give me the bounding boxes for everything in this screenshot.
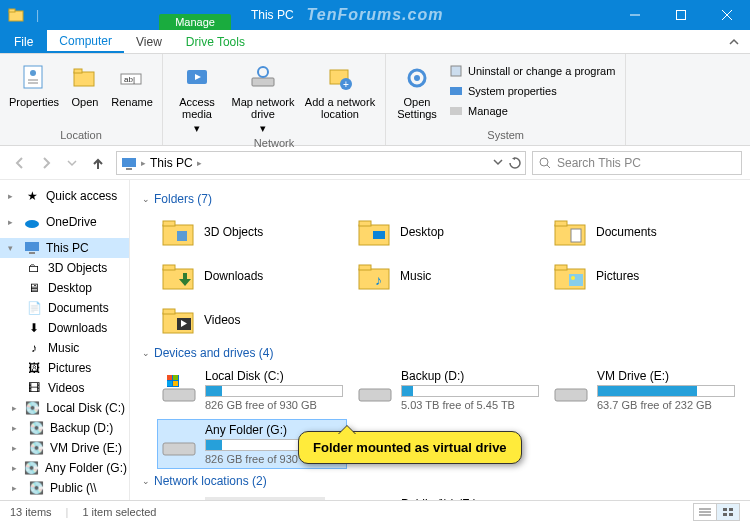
status-item-count: 13 items — [10, 506, 52, 518]
system-properties-button[interactable]: System properties — [444, 82, 619, 100]
svg-rect-52 — [569, 274, 583, 286]
sidebar-item-music[interactable]: ♪Music — [0, 338, 129, 358]
chevron-down-icon: ⌄ — [142, 476, 150, 486]
search-box[interactable]: Search This PC — [532, 151, 742, 175]
network-location-public-z[interactable]: Public (\\ ) (Z:)7.13 TB free of 7.21 TB — [354, 494, 542, 500]
sidebar-item-documents[interactable]: 📄Documents — [0, 298, 129, 318]
add-network-location-button[interactable]: + Add a network location — [301, 58, 379, 135]
tab-computer[interactable]: Computer — [47, 30, 124, 53]
svg-rect-58 — [163, 389, 195, 401]
recent-locations-button[interactable] — [60, 151, 84, 175]
sidebar-item-desktop[interactable]: 🖥Desktop — [0, 278, 129, 298]
drive-icon: 💽 — [28, 440, 44, 456]
sidebar-item-this-pc[interactable]: ▾This PC — [0, 238, 129, 258]
refresh-button[interactable] — [509, 157, 521, 169]
downloads-icon: ⬇ — [26, 320, 42, 336]
svg-point-30 — [540, 158, 548, 166]
svg-rect-55 — [163, 309, 175, 314]
sidebar-item-any-folder-g[interactable]: ▸💽Any Folder (G:) — [0, 458, 129, 478]
body: ▸★Quick access ▸OneDrive ▾This PC 🗀3D Ob… — [0, 180, 750, 500]
chevron-right-icon: ▸ — [12, 403, 18, 413]
map-drive-icon — [247, 62, 279, 94]
svg-rect-37 — [177, 231, 187, 241]
up-button[interactable] — [86, 151, 110, 175]
close-button[interactable] — [704, 0, 750, 30]
breadcrumb-this-pc[interactable]: This PC — [150, 156, 193, 170]
content-pane[interactable]: ⌄Folders (7) 3D Objects Desktop Document… — [130, 180, 750, 500]
sidebar-item-downloads[interactable]: ⬇Downloads — [0, 318, 129, 338]
drive-vm-e[interactable]: VM Drive (E:)63.7 GB free of 232 GB — [550, 366, 738, 414]
access-media-button[interactable]: Access media▾ — [169, 58, 225, 135]
svg-rect-28 — [126, 168, 132, 170]
svg-rect-25 — [450, 107, 462, 115]
folder-3d-objects[interactable]: 3D Objects — [158, 212, 346, 252]
svg-rect-6 — [24, 66, 42, 88]
svg-rect-27 — [122, 158, 136, 167]
svg-rect-65 — [555, 389, 587, 401]
svg-rect-45 — [163, 265, 175, 270]
chevron-right-icon: ▸ — [12, 483, 22, 493]
ribbon-body: Properties Open ab| Rename Location Acce… — [0, 54, 750, 146]
drive-icon: 💽 — [24, 400, 40, 416]
rename-button[interactable]: ab| Rename — [108, 58, 156, 127]
folder-documents[interactable]: Documents — [550, 212, 738, 252]
contextual-tab-manage[interactable]: Manage — [159, 14, 231, 30]
back-button[interactable] — [8, 151, 32, 175]
uninstall-program-button[interactable]: Uninstall or change a program — [444, 62, 619, 80]
svg-rect-60 — [167, 375, 172, 380]
address-bar[interactable]: ▸ This PC ▸ — [116, 151, 526, 175]
sidebar-item-vm-drive-e[interactable]: ▸💽VM Drive (E:) — [0, 438, 129, 458]
svg-rect-10 — [74, 72, 94, 86]
sidebar-item-quick-access[interactable]: ▸★Quick access — [0, 186, 129, 206]
section-folders-header[interactable]: ⌄Folders (7) — [142, 192, 738, 206]
folder-pictures[interactable]: Pictures — [550, 256, 738, 296]
minimize-button[interactable] — [612, 0, 658, 30]
folder-downloads[interactable]: Downloads — [158, 256, 346, 296]
sidebar-item-onedrive[interactable]: ▸OneDrive — [0, 212, 129, 232]
properties-button[interactable]: Properties — [6, 58, 62, 127]
svg-rect-61 — [173, 375, 178, 380]
ribbon-group-system: Open Settings Uninstall or change a prog… — [386, 54, 626, 145]
svg-rect-77 — [723, 513, 727, 516]
tab-drive-tools[interactable]: Drive Tools — [174, 30, 257, 53]
section-network-header[interactable]: ⌄Network locations (2) — [142, 474, 738, 488]
drive-backup-d[interactable]: Backup (D:)5.03 TB free of 5.45 TB — [354, 366, 542, 414]
folder-music[interactable]: ♪Music — [354, 256, 542, 296]
svg-rect-39 — [359, 221, 371, 226]
folder-icon — [552, 214, 588, 250]
sidebar-item-backup-d[interactable]: ▸💽Backup (D:) — [0, 418, 129, 438]
svg-rect-48 — [359, 265, 371, 270]
folder-desktop[interactable]: Desktop — [354, 212, 542, 252]
thumbnails-view-button[interactable] — [716, 503, 740, 521]
network-location-wd[interactable]: WD — [158, 494, 346, 500]
manage-button[interactable]: Manage — [444, 102, 619, 120]
file-tab[interactable]: File — [0, 30, 47, 53]
sidebar-item-public-share[interactable]: ▸💽Public (\\ — [0, 478, 129, 498]
folder-icon: 🗀 — [26, 260, 42, 276]
sidebar-item-3d-objects[interactable]: 🗀3D Objects — [0, 258, 129, 278]
collapse-ribbon-button[interactable] — [718, 30, 750, 53]
folder-videos[interactable]: Videos — [158, 300, 346, 340]
maximize-button[interactable] — [658, 0, 704, 30]
qat-divider: | — [36, 8, 39, 22]
chevron-down-icon: ⌄ — [142, 194, 150, 204]
sidebar-item-local-disk-c[interactable]: ▸💽Local Disk (C:) — [0, 398, 129, 418]
map-drive-button[interactable]: Map network drive▾ — [227, 58, 299, 135]
svg-point-53 — [571, 276, 575, 280]
sidebar-item-videos[interactable]: 🎞Videos — [0, 378, 129, 398]
open-button[interactable]: Open — [64, 58, 106, 127]
manage-icon — [448, 103, 464, 119]
properties-icon — [18, 62, 50, 94]
open-settings-button[interactable]: Open Settings — [392, 58, 442, 127]
section-drives-header[interactable]: ⌄Devices and drives (4) — [142, 346, 738, 360]
forward-button[interactable] — [34, 151, 58, 175]
dropdown-button[interactable] — [493, 157, 503, 169]
svg-rect-43 — [571, 229, 581, 242]
details-view-button[interactable] — [693, 503, 717, 521]
svg-rect-11 — [74, 69, 82, 73]
tab-view[interactable]: View — [124, 30, 174, 53]
drive-local-c[interactable]: Local Disk (C:)826 GB free of 930 GB — [158, 366, 346, 414]
chevron-right-icon: ▸ — [12, 423, 22, 433]
sidebar-item-pictures[interactable]: 🖼Pictures — [0, 358, 129, 378]
navigation-pane[interactable]: ▸★Quick access ▸OneDrive ▾This PC 🗀3D Ob… — [0, 180, 130, 500]
